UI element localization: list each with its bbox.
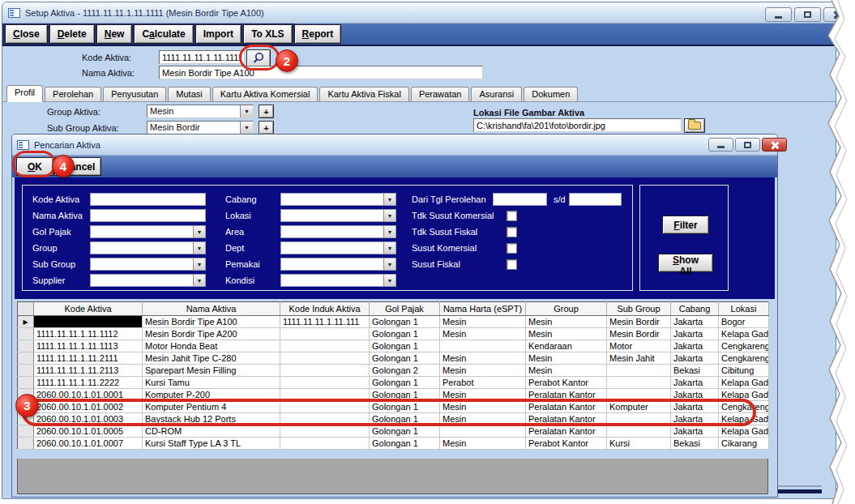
toolbar-button-to-xls[interactable]: To XLS: [243, 24, 292, 44]
cell[interactable]: Perabot Kantor: [526, 438, 607, 450]
chevron-down-icon[interactable]: ▼: [193, 226, 205, 237]
table-row[interactable]: 1111.11.11.1.11.2222Kursi TamuGolongan 1…: [18, 377, 769, 389]
cell[interactable]: 2060.00.10.1.01.0005: [34, 425, 143, 438]
chevron-down-icon[interactable]: ▼: [383, 210, 395, 221]
cell[interactable]: Kursi: [607, 438, 671, 450]
cell[interactable]: Mesin Jahit: [607, 352, 671, 365]
cell[interactable]: Mesin: [526, 352, 607, 365]
tab-profil[interactable]: Profil: [6, 85, 43, 102]
cell[interactable]: Bekasi: [671, 438, 719, 450]
column-header-kode-aktiva[interactable]: Kode Aktiva: [34, 302, 143, 316]
cell[interactable]: Perabot Kantor: [526, 377, 607, 389]
tgl-perolehan-sd-input[interactable]: [569, 193, 622, 206]
cell[interactable]: [280, 377, 370, 389]
cell[interactable]: Cengkareng: [719, 352, 769, 365]
minimize-button[interactable]: [765, 7, 792, 22]
cell[interactable]: Kursi Staff Type LA 3 TL: [143, 438, 280, 450]
cell[interactable]: Mesin Bordir Tipe A200: [143, 328, 280, 340]
chevron-down-icon[interactable]: ▼: [383, 242, 395, 254]
cell[interactable]: Cikarang: [719, 438, 769, 450]
cell[interactable]: Kelapa Gad: [719, 328, 769, 340]
cell[interactable]: Sparepart Mesin Filling: [143, 365, 280, 377]
column-header-group[interactable]: Group: [526, 302, 607, 316]
dialog-titlebar[interactable]: Pencarian Aktiva: [12, 135, 777, 156]
filter-kondisi-select[interactable]: ▼: [280, 274, 396, 287]
chevron-down-icon[interactable]: ▼: [240, 105, 253, 117]
chevron-down-icon[interactable]: ▼: [383, 258, 395, 270]
group-aktiva-select[interactable]: Mesin ▼: [147, 105, 254, 118]
table-row[interactable]: 1111.11.11.1.11.2111Mesin Jahit Tipe C-2…: [18, 352, 769, 365]
cell[interactable]: [280, 365, 370, 377]
cell[interactable]: CD-ROM: [143, 425, 280, 438]
row-selector-cell[interactable]: [18, 438, 34, 450]
cell[interactable]: 2060.00.10.1.01.0007: [34, 438, 143, 450]
row-selector-cell[interactable]: [18, 377, 34, 389]
main-titlebar[interactable]: Setup Aktiva - 1111.11.11.1.11.1111 (Mes…: [2, 2, 836, 23]
cell[interactable]: 1111.11.11.1.11.2111: [34, 352, 143, 365]
cell[interactable]: Perabot: [440, 377, 526, 389]
cell[interactable]: Mesin: [440, 352, 526, 365]
filter-sub-group-select[interactable]: ▼: [90, 258, 206, 271]
cell[interactable]: Jakarta: [671, 425, 719, 438]
chevron-down-icon[interactable]: ▼: [383, 226, 395, 237]
filter-nama-aktiva-input[interactable]: [90, 209, 206, 222]
cell[interactable]: Golongan 2: [370, 365, 440, 377]
cell[interactable]: [280, 352, 370, 365]
checkbox-susut-fiskal[interactable]: [507, 259, 517, 270]
column-header-kode-induk-aktiva[interactable]: Kode Induk Aktiva: [280, 302, 370, 316]
cell[interactable]: Jakarta: [671, 352, 719, 365]
cell[interactable]: Golongan 1: [370, 377, 440, 389]
cell[interactable]: Motor Honda Beat: [143, 340, 280, 352]
cell[interactable]: Mesin Bordir Tipe A100: [143, 316, 280, 328]
tab-perolehan[interactable]: Perolehan: [45, 87, 101, 102]
cell[interactable]: Golongan 1: [370, 438, 440, 450]
cell[interactable]: Jakarta: [671, 340, 719, 352]
cell[interactable]: Bekasi: [671, 365, 719, 377]
filter-area-select[interactable]: ▼: [280, 225, 396, 238]
chevron-down-icon[interactable]: ▼: [383, 275, 395, 286]
cell[interactable]: Mesin Jahit Tipe C-280: [143, 352, 280, 365]
filter-button[interactable]: Filter: [662, 216, 709, 234]
close-button[interactable]: [823, 7, 851, 22]
column-header-nama-aktiva[interactable]: Nama Aktiva: [143, 302, 280, 316]
cell[interactable]: Cibitung: [719, 365, 769, 377]
cell[interactable]: Peralatan Kantor: [526, 425, 607, 438]
cell[interactable]: Motor: [607, 340, 671, 352]
cell[interactable]: Jakarta: [671, 377, 719, 389]
dialog-maximize-button[interactable]: [735, 138, 760, 152]
toolbar-button-close[interactable]: Close: [5, 24, 48, 44]
dialog-close-button[interactable]: [762, 138, 787, 152]
cell[interactable]: [607, 377, 671, 389]
tab-asuransi[interactable]: Asuransi: [471, 87, 522, 102]
cell[interactable]: 1111.11.11.1.11.1111: [34, 316, 143, 328]
cell[interactable]: Mesin: [440, 328, 526, 340]
lokasi-file-input[interactable]: [473, 118, 682, 132]
chevron-down-icon[interactable]: ▼: [193, 242, 205, 254]
cell[interactable]: Mesin: [440, 316, 526, 328]
cell[interactable]: Kendaraan: [526, 340, 607, 352]
tab-penyusutan[interactable]: Penyusutan: [103, 87, 166, 102]
row-selector-cell[interactable]: [18, 340, 34, 352]
cell[interactable]: [440, 425, 526, 438]
cell[interactable]: 1111.11.11.1.11.2222: [34, 377, 143, 389]
cell[interactable]: Mesin: [526, 365, 607, 377]
row-selector-cell[interactable]: [18, 425, 34, 438]
toolbar-button-report[interactable]: Report: [294, 24, 342, 44]
cell[interactable]: Mesin: [526, 328, 607, 340]
chevron-down-icon[interactable]: ▼: [383, 194, 395, 205]
table-row[interactable]: 2060.00.10.1.01.0007Kursi Staff Type LA …: [18, 438, 769, 450]
cell[interactable]: Golongan 1: [370, 425, 440, 438]
table-row[interactable]: 2060.00.10.1.01.0005CD-ROMGolongan 1Pera…: [18, 425, 769, 438]
filter-kode-aktiva-input[interactable]: [90, 193, 206, 206]
cell[interactable]: Golongan 1: [370, 316, 440, 328]
filter-cabang-select[interactable]: ▼: [280, 193, 396, 206]
row-selector-cell[interactable]: [18, 352, 34, 365]
cell[interactable]: Mesin: [440, 365, 526, 377]
cell[interactable]: Bogor: [719, 316, 769, 328]
cell[interactable]: Golongan 1: [370, 328, 440, 340]
table-row[interactable]: ▶1111.11.11.1.11.1111Mesin Bordir Tipe A…: [18, 316, 769, 328]
maximize-button[interactable]: [794, 7, 821, 22]
chevron-down-icon[interactable]: ▼: [193, 275, 205, 286]
checkbox-susut-komersial[interactable]: [507, 243, 517, 254]
cell[interactable]: 1111.11.11.1.11.1112: [34, 328, 143, 340]
